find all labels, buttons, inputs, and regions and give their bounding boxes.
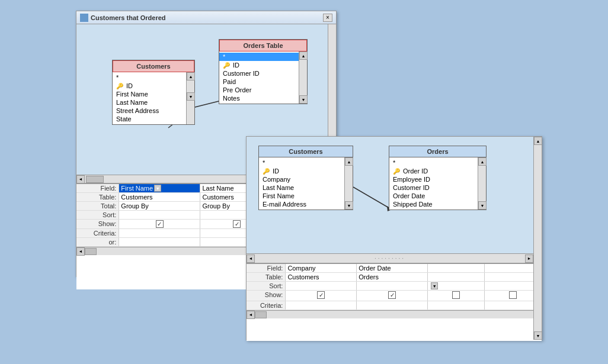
cw2-field-firstname: First Name <box>259 192 353 200</box>
scroll-track <box>187 80 194 92</box>
customers-w2-fields-list: * 🔑 ID Company Last Name First Name <box>259 157 353 210</box>
w2-grid-label-show: Show: <box>247 291 286 301</box>
window2-query: Customers * 🔑 ID Company Last Name <box>246 136 542 340</box>
orders-scroll-down[interactable]: ▼ <box>299 95 308 104</box>
customers-field-firstname: First Name <box>113 90 194 98</box>
field-dropdown-arrow-0[interactable]: ▼ <box>154 185 161 192</box>
orders-table-w2-header: Orders <box>389 146 486 157</box>
key-icon-id: 🔑 <box>116 83 123 89</box>
customers-field-star: * <box>113 73 194 82</box>
grid-label-table: Table: <box>76 193 119 202</box>
grid-label-sort: Sort: <box>76 211 119 220</box>
w2-grid-label-table: Table: <box>247 273 286 282</box>
grid-label-total: Total: <box>76 202 119 211</box>
w2-grid-cell-sort-2[interactable]: ▼ <box>428 282 485 291</box>
w2-grid-cell-show-2[interactable] <box>428 291 485 301</box>
customers-table-w1-header: Customers <box>113 60 194 72</box>
customers-w1-scrollbar[interactable]: ▲ ▼ <box>186 72 194 124</box>
orders-table-w2: Orders * 🔑 Order ID Employee ID Custome <box>389 146 487 210</box>
ow2-field-orderid: 🔑 Order ID <box>389 167 486 175</box>
window2-grid-table: Field: Company Order Date Table: Custome… <box>247 264 542 310</box>
orders-field-id: 🔑 ID <box>219 61 307 69</box>
w2-show-checkbox-3[interactable] <box>509 291 517 299</box>
grid-label-field: Field: <box>76 184 119 193</box>
grid-cell-field-0[interactable]: First Name ▼ <box>119 184 200 193</box>
grid-label-criteria: Criteria: <box>76 229 119 238</box>
ow2-field-shippeddate: Shipped Date <box>389 200 486 208</box>
customers-field-streetaddress: Street Address <box>113 107 194 115</box>
w2-grid-row-show: Show: <box>247 291 542 301</box>
scroll-up[interactable]: ▲ <box>187 72 195 80</box>
cw2-field-star: * <box>259 159 353 167</box>
show-checkbox-1[interactable] <box>233 220 241 228</box>
orders-field-paid: Paid <box>219 78 307 86</box>
customers-fields-list: * 🔑 ID First Name Last Name Street Addre… <box>113 72 194 124</box>
show-checkbox-0[interactable] <box>156 220 164 228</box>
grid-cell-or-0[interactable] <box>119 238 200 247</box>
w2-grid-label-field: Field: <box>247 264 286 273</box>
w2-grid-cell-criteria-2[interactable] <box>428 301 485 310</box>
window1-close-button[interactable]: × <box>323 14 332 22</box>
ow2-field-star: * <box>389 159 486 167</box>
w2-grid-cell-field-2[interactable] <box>428 264 485 273</box>
w2-grid-cell-criteria-1[interactable] <box>357 301 428 310</box>
w2-grid-row-field: Field: Company Order Date <box>247 264 542 273</box>
orders-scroll-up[interactable]: ▲ <box>299 51 308 60</box>
w2-grid-cell-field-1[interactable]: Order Date <box>357 264 428 273</box>
orders-field-preorder: Pre Order <box>219 86 307 94</box>
window2-grid-area: Field: Company Order Date Table: Custome… <box>247 264 542 341</box>
cw2-field-id: 🔑 ID <box>259 167 353 175</box>
svg-line-2 <box>353 187 389 208</box>
cw2-field-lastname: Last Name <box>259 183 353 192</box>
w2-grid-row-table: Table: Customers Orders <box>247 273 542 282</box>
orders-scroll-track <box>299 60 307 95</box>
w2-grid-cell-field-0[interactable]: Company <box>286 264 357 273</box>
key-icon-ow2: 🔑 <box>393 168 400 175</box>
w2-grid-label-criteria: Criteria: <box>247 301 286 310</box>
grid-cell-show-0[interactable] <box>119 220 200 229</box>
window2-design-area: Customers * 🔑 ID Company Last Name <box>247 137 542 264</box>
w2-design-h-scroll[interactable]: ◄ ········· ► <box>247 253 533 263</box>
ow2-field-customerid: Customer ID <box>389 183 486 192</box>
sort-dropdown-arrow[interactable]: ▼ <box>431 282 438 289</box>
w2-grid-row-criteria: Criteria: <box>247 301 542 310</box>
orders-w1-scrollbar[interactable]: ▲ ▼ <box>299 51 307 104</box>
w2-grid-cell-show-1[interactable] <box>357 291 428 301</box>
customers-table-w2-header: Customers <box>259 146 353 157</box>
orders-field-star: * <box>219 53 307 61</box>
customers-field-state: State <box>113 115 194 123</box>
window1-title: Customers that Ordered <box>91 14 166 21</box>
grid-cell-table-0: Customers <box>119 193 200 202</box>
cw2-field-company: Company <box>259 175 353 183</box>
customers-field-lastname: Last Name <box>113 98 194 107</box>
scroll-down[interactable]: ▼ <box>187 92 195 101</box>
w2-show-checkbox-0[interactable] <box>317 291 325 299</box>
grid-label-show: Show: <box>76 220 119 229</box>
orders-fields-list: * 🔑 ID Customer ID Paid Pre Order <box>219 51 307 104</box>
customers-table-w2: Customers * 🔑 ID Company Last Name <box>258 146 353 210</box>
w2-grid-cell-sort-1 <box>357 282 428 291</box>
window1-icon <box>80 14 88 22</box>
grid-cell-sort-0 <box>119 211 200 220</box>
w2-grid-cell-table-2 <box>428 273 485 282</box>
window2-right-scrollbar[interactable]: ▲ ▼ <box>533 137 542 340</box>
w2-grid-cell-sort-0 <box>286 282 357 291</box>
ow2-scrollbar[interactable]: ▲ ▼ <box>478 157 486 210</box>
customers-field-id: 🔑 ID <box>113 82 194 90</box>
w2-grid-label-sort: Sort: <box>247 282 286 291</box>
orders-w2-fields-list: * 🔑 Order ID Employee ID Customer ID Ord… <box>389 157 486 210</box>
grid-cell-criteria-0[interactable] <box>119 229 200 238</box>
w2-show-checkbox-1[interactable] <box>388 291 396 299</box>
w2-grid-h-scroll[interactable]: ◄ ► <box>247 310 542 318</box>
orders-field-notes: Notes <box>219 94 307 102</box>
w2-grid-cell-show-0[interactable] <box>286 291 357 301</box>
orders-table-w1-header: Orders Table <box>219 40 307 51</box>
key-icon-cw2-id: 🔑 <box>263 168 270 175</box>
cw2-scrollbar[interactable]: ▲ ▼ <box>344 157 353 210</box>
orders-table-w1: Orders Table * 🔑 ID Customer ID Paid <box>219 39 308 104</box>
key-icon-orders-id: 🔑 <box>223 62 230 69</box>
w2-grid-cell-criteria-0[interactable] <box>286 301 357 310</box>
orders-field-customerid: Customer ID <box>219 69 307 78</box>
window1-titlebar: Customers that Ordered × <box>76 11 336 24</box>
w2-show-checkbox-2[interactable] <box>452 291 460 299</box>
